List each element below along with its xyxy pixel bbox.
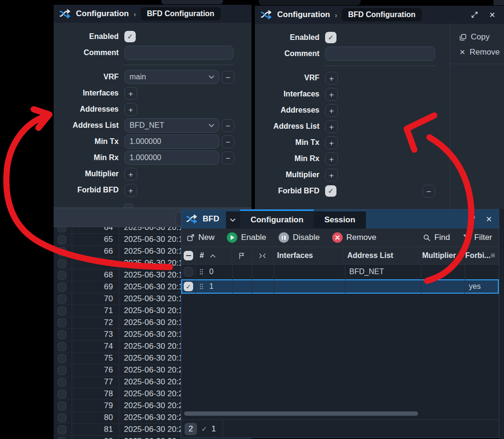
- expand-icon[interactable]: [471, 11, 478, 18]
- log-row-checkbox[interactable]: [57, 342, 66, 351]
- forbid-bfd-remove-button[interactable]: −: [422, 185, 435, 198]
- log-row-checkbox[interactable]: [57, 247, 66, 256]
- log-row-checkbox[interactable]: [57, 235, 66, 244]
- min-rx-add-button[interactable]: +: [325, 153, 338, 165]
- find-button[interactable]: Find: [423, 233, 450, 242]
- log-row-checkbox[interactable]: [57, 437, 66, 439]
- column-header-collapse[interactable]: [252, 247, 273, 264]
- vrf-label: VRF: [54, 73, 119, 81]
- column-header-flag[interactable]: [232, 247, 252, 264]
- column-header-interfaces[interactable]: Interfaces: [273, 247, 344, 264]
- multiplier-row: Multiplier +: [255, 168, 435, 182]
- log-row-number: 79: [72, 400, 119, 411]
- min-rx-input[interactable]: [124, 151, 219, 165]
- column-header-multiplier[interactable]: Multiplier: [419, 247, 462, 264]
- log-row-checkbox[interactable]: [57, 295, 66, 304]
- interfaces-add-button[interactable]: +: [124, 87, 137, 100]
- window-title: Configuration: [76, 9, 129, 19]
- enabled-row: Enabled ✓: [54, 29, 252, 44]
- column-header-forbid[interactable]: Forbi... ≡: [461, 247, 499, 264]
- min-tx-input[interactable]: [124, 134, 219, 149]
- log-row-checkbox[interactable]: [57, 283, 66, 292]
- horizontal-scrollbar[interactable]: [181, 410, 499, 420]
- sort-ascending-icon: [210, 254, 215, 258]
- enable-button[interactable]: Enable: [227, 232, 266, 243]
- min-tx-row: Min Tx +: [255, 135, 435, 150]
- column-header-address-list[interactable]: Address List: [344, 247, 419, 264]
- log-row-checkbox[interactable]: [57, 318, 66, 327]
- tab-configuration[interactable]: Configuration: [240, 210, 314, 229]
- app-shuffle-icon: [59, 9, 72, 19]
- addresses-add-button[interactable]: +: [325, 104, 338, 117]
- multiplier-label: Multiplier: [255, 171, 319, 179]
- comment-input[interactable]: [325, 47, 435, 61]
- column-header-number[interactable]: #: [196, 247, 232, 264]
- multiplier-add-button[interactable]: +: [124, 168, 137, 181]
- log-row-checkbox-cell: [54, 353, 72, 364]
- address-list-row: Address List +: [255, 119, 435, 134]
- scrollbar-thumb[interactable]: [184, 411, 418, 416]
- table-row-selected[interactable]: ✓ 1 yes: [181, 279, 499, 294]
- enabled-checkbox[interactable]: ✓: [124, 31, 136, 42]
- address-list-select[interactable]: BFD_NET: [124, 118, 219, 133]
- copy-label: Copy: [471, 32, 490, 42]
- window-header[interactable]: BFD Configuration Session ✕: [181, 210, 499, 229]
- interfaces-add-button[interactable]: +: [325, 88, 338, 101]
- addresses-add-button[interactable]: +: [124, 103, 137, 116]
- window-menu-dropdown[interactable]: [226, 211, 240, 229]
- log-row-checkbox-cell: [54, 376, 72, 388]
- forbid-bfd-checkbox[interactable]: ✓: [325, 185, 336, 197]
- disable-button[interactable]: Disable: [279, 232, 320, 243]
- log-row-checkbox[interactable]: [57, 413, 66, 422]
- addresses-label: Addresses: [255, 106, 319, 115]
- drag-handle-icon[interactable]: [200, 269, 203, 275]
- log-row-number: 73: [72, 329, 119, 340]
- log-row-checkbox[interactable]: [57, 401, 66, 410]
- log-row-checkbox[interactable]: [57, 330, 66, 339]
- vrf-row: VRF main −: [54, 70, 252, 84]
- new-button[interactable]: New: [187, 233, 215, 242]
- min-tx-remove-button[interactable]: −: [222, 135, 234, 148]
- min-tx-add-button[interactable]: +: [325, 136, 338, 149]
- select-all-cell: [181, 247, 196, 264]
- remove-button[interactable]: Remove: [332, 232, 376, 243]
- log-row-checkbox[interactable]: [57, 259, 66, 268]
- log-row-checkbox[interactable]: [57, 366, 66, 375]
- multiplier-label: Multiplier: [54, 170, 119, 178]
- forbid-bfd-add-button[interactable]: +: [124, 184, 137, 197]
- log-row-checkbox[interactable]: [57, 306, 66, 315]
- log-row-checkbox[interactable]: [57, 378, 66, 387]
- vrf-remove-button[interactable]: −: [222, 71, 234, 84]
- close-icon[interactable]: ✕: [489, 10, 495, 19]
- address-list-add-button[interactable]: +: [325, 120, 338, 133]
- remove-button[interactable]: ✕ Remove: [450, 45, 504, 60]
- addresses-row: Addresses +: [255, 103, 435, 117]
- expand-icon[interactable]: [468, 216, 475, 222]
- table-row[interactable]: 0 BFD_NET: [181, 265, 499, 279]
- row-checkbox[interactable]: ✓: [184, 282, 193, 291]
- comment-input[interactable]: [124, 46, 233, 60]
- drag-handle-icon[interactable]: [200, 284, 203, 289]
- close-icon[interactable]: ✕: [486, 215, 492, 224]
- log-row-checkbox[interactable]: [57, 425, 66, 434]
- top-window-fragment: [259, 0, 361, 5]
- log-row-checkbox[interactable]: [57, 354, 66, 363]
- multiplier-add-button[interactable]: +: [325, 169, 338, 181]
- log-row-checkbox[interactable]: [57, 271, 66, 280]
- window-header[interactable]: Configuration › BFD Configuration: [54, 5, 252, 23]
- tab-session[interactable]: Session: [314, 211, 365, 229]
- vrf-add-button[interactable]: +: [325, 72, 338, 85]
- min-rx-remove-button[interactable]: −: [222, 152, 234, 164]
- filter-button[interactable]: Filter: [463, 233, 492, 242]
- log-row-checkbox[interactable]: [57, 390, 66, 399]
- enabled-checkbox[interactable]: ✓: [325, 32, 336, 43]
- address-list-remove-button[interactable]: −: [222, 119, 234, 132]
- vrf-select[interactable]: main: [124, 70, 219, 84]
- pause-icon: [279, 232, 289, 243]
- column-menu-icon[interactable]: ≡: [491, 251, 495, 260]
- copy-button[interactable]: Copy: [450, 29, 504, 45]
- select-all-checkbox[interactable]: [184, 251, 193, 260]
- search-icon: [423, 234, 430, 241]
- row-checkbox[interactable]: [184, 267, 193, 277]
- window-header[interactable]: Configuration › BFD Configuration ✕: [255, 6, 504, 24]
